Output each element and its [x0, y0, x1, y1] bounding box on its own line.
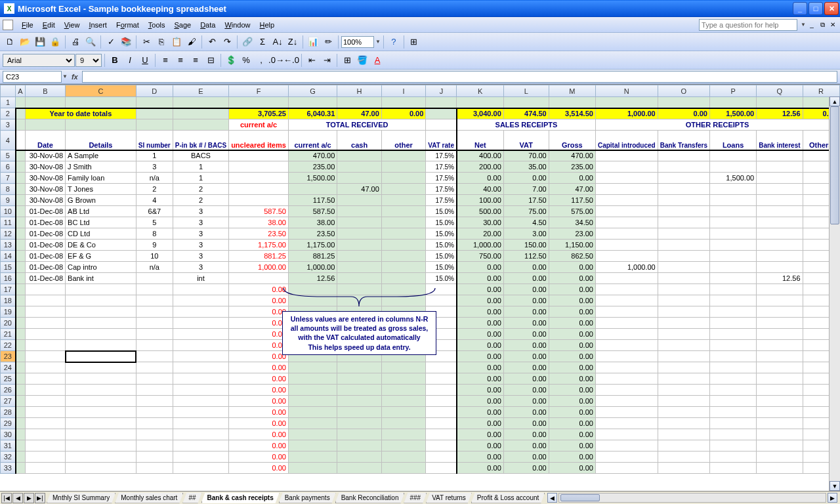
cell-current[interactable]: 38.00 [288, 217, 337, 228]
cell[interactable] [173, 351, 228, 362]
cell-uncleared[interactable] [229, 273, 289, 284]
cell[interactable] [173, 329, 228, 340]
minimize-button[interactable]: _ [793, 2, 807, 15]
cell[interactable] [173, 429, 228, 440]
cell-bank-tr[interactable] [658, 240, 709, 251]
cell[interactable] [658, 284, 709, 295]
cell[interactable] [16, 161, 26, 173]
cell-vat-rate[interactable]: 15.0% [426, 273, 457, 284]
cell[interactable] [381, 396, 425, 407]
sort-desc-button[interactable]: Z↓ [285, 35, 300, 49]
cell-pin[interactable]: 3 [173, 251, 228, 262]
cell-date[interactable]: 01-Dec-08 [25, 251, 65, 262]
row-header-28[interactable]: 28 [1, 407, 16, 418]
row-header-31[interactable]: 31 [1, 440, 16, 452]
cell-vat[interactable]: 70.00 [503, 150, 549, 161]
cell-loans[interactable] [709, 184, 756, 195]
cell[interactable] [136, 284, 173, 295]
cell-current[interactable]: 117.50 [288, 195, 337, 206]
formula-input[interactable] [82, 71, 837, 83]
cell[interactable] [173, 396, 228, 407]
cell[interactable] [25, 407, 65, 418]
cell[interactable] [66, 362, 136, 373]
cell[interactable] [16, 108, 26, 119]
cell[interactable] [381, 385, 425, 396]
cell-uncleared[interactable]: 0.00 [229, 329, 289, 340]
cell-vat[interactable]: 0.00 [503, 429, 549, 440]
scroll-up-button[interactable]: ▲ [830, 96, 840, 106]
col-header-K[interactable]: K [457, 85, 503, 97]
cell-net[interactable]: 0.00 [457, 452, 503, 463]
cell-uncleared[interactable]: 0.00 [229, 295, 289, 306]
row-header-20[interactable]: 20 [1, 318, 16, 329]
cell[interactable] [229, 97, 289, 108]
cell[interactable] [337, 440, 382, 452]
cell[interactable] [709, 318, 756, 329]
cell-other[interactable] [381, 206, 425, 217]
cell[interactable] [757, 407, 803, 418]
ytd-P[interactable]: 1,500.00 [709, 108, 756, 119]
align-right-button[interactable]: ≡ [188, 53, 203, 68]
cell-date[interactable]: 01-Dec-08 [25, 206, 65, 217]
cell[interactable] [16, 351, 26, 362]
cell-pin[interactable]: 2 [173, 184, 228, 195]
cell[interactable] [757, 340, 803, 351]
row-header-13[interactable]: 13 [1, 240, 16, 251]
percent-button[interactable]: % [239, 53, 253, 68]
cell[interactable] [595, 306, 658, 318]
cell-uncleared[interactable]: 23.50 [229, 228, 289, 240]
sheet-tab[interactable]: Mnthly SI Summary [47, 493, 116, 503]
cell[interactable] [16, 340, 26, 351]
cell[interactable] [136, 452, 173, 463]
menu-view[interactable]: View [60, 20, 85, 30]
cell[interactable] [658, 351, 709, 362]
cell[interactable] [25, 284, 65, 295]
cell-gross[interactable]: 1,150.00 [549, 240, 595, 251]
cell[interactable] [381, 418, 425, 429]
cell[interactable] [25, 351, 65, 362]
cell-cash[interactable] [337, 240, 382, 251]
menu-data[interactable]: Data [196, 20, 220, 30]
cell[interactable] [16, 240, 26, 251]
cell[interactable] [25, 396, 65, 407]
row-header-8[interactable]: 8 [1, 184, 16, 195]
cell-vat[interactable]: 0.00 [503, 273, 549, 284]
cell[interactable] [757, 385, 803, 396]
save-button[interactable]: 💾 [33, 35, 47, 49]
sheet-tab[interactable]: Bank & cash receipts [201, 493, 280, 503]
cell-si[interactable]: 2 [136, 184, 173, 195]
cell-gross[interactable]: 0.00 [549, 396, 595, 407]
cell-cash[interactable] [337, 161, 382, 173]
cell[interactable] [658, 407, 709, 418]
cell[interactable] [426, 97, 457, 108]
cell-loans[interactable] [709, 228, 756, 240]
cell-other[interactable] [381, 150, 425, 161]
cell[interactable] [288, 373, 337, 385]
cell-other[interactable] [381, 273, 425, 284]
cell-bank-int[interactable] [757, 161, 803, 173]
cell[interactable] [426, 440, 457, 452]
cell[interactable] [288, 362, 337, 373]
cell[interactable] [288, 295, 337, 306]
cell-net[interactable]: 0.00 [457, 262, 503, 273]
cell-si[interactable]: 9 [136, 240, 173, 251]
hdr-date[interactable]: Date [25, 131, 65, 150]
cell[interactable] [66, 373, 136, 385]
cell[interactable] [16, 262, 26, 273]
cell-gross[interactable]: 0.00 [549, 351, 595, 362]
cell[interactable] [16, 251, 26, 262]
cell[interactable] [337, 362, 382, 373]
cell-bank-int[interactable] [757, 195, 803, 206]
col-header-J[interactable]: J [426, 85, 457, 97]
sheet-tab[interactable]: Monthly sales chart [115, 493, 183, 503]
cell-vat[interactable]: 75.00 [503, 206, 549, 217]
fontsize-select[interactable]: 9 [75, 54, 102, 67]
cell[interactable] [173, 97, 228, 108]
sage-button[interactable]: ⊞ [407, 35, 421, 49]
cell-vat[interactable]: 0.00 [503, 173, 549, 184]
italic-button[interactable]: I [123, 53, 137, 68]
cell-net[interactable]: 0.00 [457, 351, 503, 362]
scroll-down-button[interactable]: ▼ [830, 481, 840, 491]
row-header-16[interactable]: 16 [1, 273, 16, 284]
open-button[interactable]: 📂 [18, 35, 32, 49]
